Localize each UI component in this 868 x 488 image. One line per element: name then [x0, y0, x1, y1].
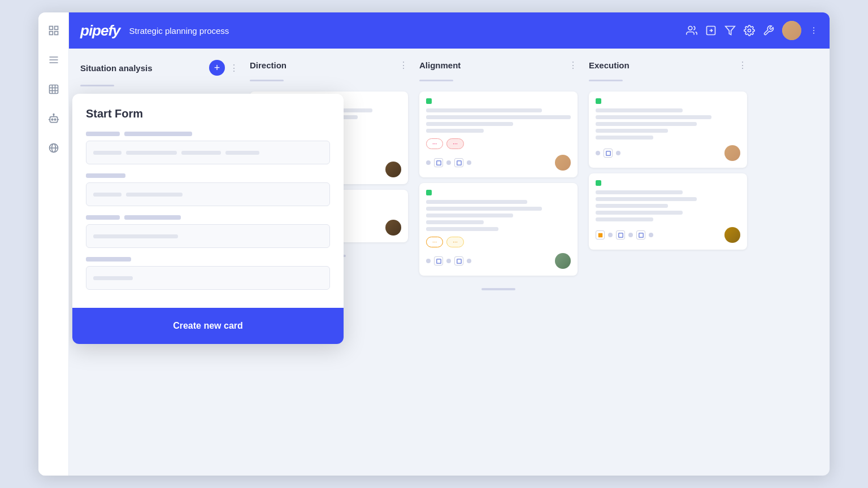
card-footer — [596, 145, 740, 161]
card-footer — [596, 227, 740, 243]
card-line — [426, 122, 513, 126]
form-label-block — [124, 132, 192, 136]
card-tag: ··· — [426, 237, 443, 247]
card-tag: ··· — [446, 138, 463, 149]
card-line — [596, 136, 653, 140]
page-title: Strategic planning process — [129, 26, 229, 36]
card-footer-icons — [426, 158, 471, 167]
wrench-icon[interactable] — [763, 25, 774, 36]
card-tag: ··· — [426, 138, 443, 149]
dot-green — [596, 98, 601, 104]
scroll-hint-alignment — [481, 288, 515, 290]
form-label-block — [86, 257, 131, 262]
sidebar-icon-globe[interactable] — [45, 139, 63, 157]
column-title-execution: Execution — [589, 60, 734, 70]
main-content: pipefy Strategic planning process — [69, 12, 830, 476]
svg-point-27 — [813, 30, 814, 31]
create-new-card-button[interactable]: Create new card — [72, 308, 344, 344]
panel-content: Start Form — [72, 94, 344, 299]
card-dots — [596, 98, 740, 104]
form-input-row — [93, 234, 178, 238]
card-avatar — [385, 220, 401, 236]
footer-dot — [426, 160, 431, 165]
dot-green — [426, 98, 432, 104]
card-avatar — [385, 162, 401, 177]
footer-dot — [426, 259, 431, 263]
footer-dot — [628, 233, 633, 237]
column-menu-execution[interactable]: ⋮ — [738, 60, 747, 71]
column-menu-situation[interactable]: ⋮ — [229, 63, 238, 73]
form-label-block — [86, 132, 120, 136]
form-input-3[interactable] — [86, 224, 330, 248]
column-indicator-situation — [80, 85, 114, 86]
card-lines — [596, 108, 740, 140]
footer-icon-checklist[interactable] — [434, 256, 443, 265]
card: ··· ··· — [419, 91, 578, 177]
form-field-group-1 — [86, 132, 330, 164]
svg-point-16 — [53, 114, 54, 115]
card-line — [426, 213, 513, 217]
footer-dot — [467, 259, 471, 263]
column-title-situation: Situation analysis — [80, 63, 205, 73]
card-line — [596, 204, 668, 208]
login-icon[interactable] — [705, 25, 717, 36]
card-footer-icons — [596, 230, 653, 239]
card-avatar — [555, 155, 571, 171]
user-avatar[interactable] — [782, 21, 801, 40]
more-options-icon[interactable] — [809, 26, 818, 35]
footer-dot — [596, 151, 600, 155]
card-line — [426, 220, 484, 224]
footer-dot — [608, 233, 613, 237]
sidebar-icon-list[interactable] — [45, 51, 63, 69]
sidebar-icon-table[interactable] — [45, 80, 63, 98]
card-line — [596, 211, 683, 215]
form-input-1[interactable] — [86, 141, 330, 164]
svg-rect-36 — [436, 160, 441, 165]
card-line — [426, 200, 527, 204]
form-input-4[interactable] — [86, 266, 330, 290]
footer-icon-attachment[interactable] — [596, 230, 605, 239]
form-field-group-3 — [86, 215, 330, 248]
form-label-row-4 — [86, 257, 330, 262]
input-placeholder — [181, 151, 221, 155]
column-title-alignment: Alignment — [419, 60, 564, 70]
header: pipefy Strategic planning process — [69, 12, 830, 49]
sidebar-icon-bot[interactable] — [45, 110, 63, 128]
card — [589, 173, 747, 250]
card-lines — [426, 200, 571, 231]
sidebar-icon-grid[interactable] — [45, 21, 63, 40]
form-label-block — [86, 215, 120, 220]
input-placeholder — [126, 193, 183, 197]
card-line — [426, 108, 542, 112]
column-menu-direction[interactable]: ⋮ — [399, 60, 408, 71]
card-line — [596, 197, 697, 201]
column-indicator-execution — [589, 80, 623, 81]
form-input-2[interactable] — [86, 182, 330, 206]
form-input-row — [93, 151, 259, 155]
footer-icon-checklist[interactable] — [434, 158, 443, 167]
svg-point-28 — [813, 33, 814, 34]
people-icon[interactable] — [686, 25, 697, 36]
column-header-execution: Execution ⋮ — [589, 60, 747, 71]
footer-icon-link[interactable] — [636, 230, 645, 239]
card-footer — [426, 155, 571, 171]
footer-icon-link[interactable] — [454, 256, 463, 265]
svg-rect-0 — [49, 27, 53, 30]
form-field-group-2 — [86, 173, 330, 206]
footer-icon-checklist[interactable] — [616, 230, 625, 239]
footer-dot — [446, 160, 451, 165]
input-placeholder — [93, 276, 133, 280]
filter-icon[interactable] — [724, 25, 736, 36]
svg-point-25 — [748, 29, 751, 32]
form-label-block — [86, 173, 125, 178]
footer-icon-checklist[interactable] — [604, 149, 613, 158]
card-line — [596, 115, 711, 119]
column-add-button-situation[interactable]: + — [209, 60, 225, 76]
footer-icon-link[interactable] — [454, 158, 463, 167]
column-menu-alignment[interactable]: ⋮ — [568, 60, 578, 71]
dot-green — [426, 190, 432, 195]
form-input-row — [93, 276, 133, 280]
header-left: pipefy Strategic planning process — [80, 22, 229, 40]
column-header-alignment: Alignment ⋮ — [419, 60, 578, 71]
settings-icon[interactable] — [744, 25, 755, 36]
